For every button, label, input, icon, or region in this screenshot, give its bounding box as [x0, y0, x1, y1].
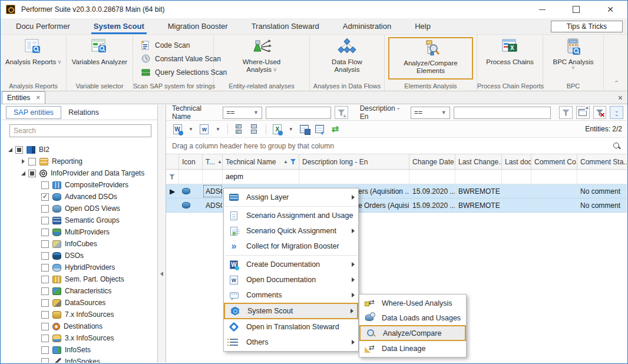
filter-cell-last-change[interactable]: [455, 170, 502, 184]
menu-item-comments[interactable]: Comments: [224, 287, 358, 303]
panel-splitter[interactable]: [158, 105, 166, 363]
column-header-comment-sta[interactable]: Comment Sta...: [577, 154, 627, 169]
checkbox[interactable]: [41, 287, 49, 295]
checkbox[interactable]: [41, 205, 49, 213]
submenu-item-where-used-analysis[interactable]: Where-Used Analysis: [359, 296, 466, 310]
filter-cell-technical-name[interactable]: aepm: [223, 170, 299, 184]
column-filter-icon[interactable]: [290, 159, 296, 164]
bpc-analysis-button[interactable]: BPC Analysis ˅: [546, 37, 601, 80]
tree-item-label[interactable]: Destinations: [64, 322, 103, 330]
clear-filter-button[interactable]: ✕: [593, 106, 607, 119]
tree-item-hybridproviders[interactable]: HybridProviders: [1, 262, 157, 273]
uncheck-all-button[interactable]: [248, 123, 261, 135]
submenu-item-analyze-compare[interactable]: Analyze/Compare: [359, 325, 466, 341]
tree-item-label[interactable]: InfoProvider and Data Targets: [51, 169, 144, 177]
tab-migration-booster[interactable]: Migration Booster: [160, 18, 236, 34]
word-export-dropdown-icon[interactable]: ▼: [186, 127, 196, 132]
menu-item-create-documentation[interactable]: W Create Documentation: [224, 257, 358, 272]
checkbox[interactable]: [41, 323, 49, 330]
excel-export-dropdown-icon[interactable]: ▼: [286, 127, 296, 132]
tree-item-advanced-dsos[interactable]: Advanced DSOs: [1, 191, 157, 203]
tree-item-label[interactable]: Advanced DSOs: [65, 193, 117, 201]
column-header-change-date[interactable]: Change Date: [409, 154, 455, 169]
tree-item-7x-infosources[interactable]: 7.x InfoSources: [1, 309, 157, 320]
filter-cell-icon[interactable]: [179, 170, 203, 184]
open-word-dropdown-icon[interactable]: ▼: [213, 127, 223, 132]
menu-item-collect-migration-booster[interactable]: » Collect for Migration Booster: [224, 239, 358, 254]
row-change-date-cell[interactable]: 15.09.2020 ...: [409, 198, 455, 212]
checkbox[interactable]: [41, 181, 49, 189]
checkbox[interactable]: [41, 358, 49, 363]
tree-item-bi2[interactable]: BI2: [1, 144, 157, 155]
tree-item-label[interactable]: Semantic Groups: [65, 216, 120, 224]
checkbox[interactable]: [41, 311, 49, 319]
tree-item-label[interactable]: 7.x InfoSources: [65, 310, 114, 319]
save-layout-button[interactable]: [298, 123, 311, 135]
grid-search-icon[interactable]: [613, 142, 621, 150]
filter-cell-comment-sta[interactable]: [577, 170, 627, 184]
tree-item-reporting[interactable]: Reporting: [1, 155, 157, 167]
panel-close-icon[interactable]: ×: [618, 93, 623, 102]
tree-item-infospokes[interactable]: InfoSpokes: [1, 356, 157, 363]
entities-tab-close-icon[interactable]: ×: [36, 94, 40, 102]
apply-filter-button[interactable]: [559, 106, 573, 119]
tree-item-label[interactable]: Sem. Part. Objects: [65, 275, 124, 283]
menu-item-system-scout[interactable]: System Scout: [224, 303, 358, 319]
refresh-button[interactable]: ⇄: [329, 123, 342, 135]
row-last-change-cell[interactable]: BWREMOTE: [455, 198, 502, 212]
column-header-technical-name[interactable]: Technical Name▲: [223, 154, 299, 169]
row-comment-sta-cell[interactable]: No comment: [577, 198, 627, 212]
analysis-reports-button[interactable]: Analysis Reports: [3, 37, 63, 80]
process-chains-button[interactable]: X Process Chains: [480, 37, 540, 80]
menu-item-others[interactable]: Others: [224, 335, 358, 350]
data-flow-analysis-button[interactable]: Data Flow Analysis: [313, 37, 381, 80]
tree-item-label[interactable]: BI2: [39, 145, 49, 154]
technical-name-operator-select[interactable]: ==▼: [223, 107, 262, 119]
expander-icon[interactable]: [18, 171, 28, 176]
row-comment-co-cell[interactable]: [531, 184, 577, 198]
menu-item-assign-layer[interactable]: Assign Layer: [224, 190, 358, 205]
description-operator-select[interactable]: ==▼: [411, 107, 450, 119]
checkbox[interactable]: [28, 170, 36, 177]
tree-item-datasources[interactable]: DataSources: [1, 297, 157, 309]
checkbox[interactable]: [41, 229, 49, 236]
tab-docu-performer[interactable]: Docu Performer: [8, 18, 78, 34]
tree-item-label[interactable]: Open ODS Views: [65, 204, 120, 213]
checkbox[interactable]: [28, 158, 36, 166]
checkbox[interactable]: [41, 217, 49, 224]
menu-item-open-translation-steward[interactable]: Open in Translation Steward: [224, 319, 358, 335]
tree-item-3x-infosources[interactable]: 3.x InfoSources: [1, 332, 157, 344]
tree-item-label[interactable]: DataSources: [65, 299, 105, 307]
menu-item-scenario-quick-assignment[interactable]: Scenario Quick Assignment: [224, 223, 358, 239]
technical-name-filter-input[interactable]: [266, 107, 331, 119]
tree-item-multiproviders[interactable]: MultiProviders: [1, 226, 157, 238]
row-last-change-cell[interactable]: BWREMOTE: [455, 184, 502, 198]
tab-translation-steward[interactable]: Translation Steward: [243, 18, 328, 34]
expander-icon[interactable]: [18, 159, 28, 164]
row-type-cell[interactable]: ADSO: [203, 198, 223, 212]
close-button[interactable]: [593, 1, 627, 18]
checkbox[interactable]: [41, 276, 49, 283]
filter-options-button[interactable]: ≡: [335, 106, 348, 119]
row-type-cell[interactable]: ADSO: [203, 184, 223, 198]
filter-cell-type[interactable]: [203, 170, 223, 184]
filter-cell-last-doc[interactable]: [502, 170, 531, 184]
tree-search-input[interactable]: Search: [9, 124, 151, 137]
row-change-date-cell[interactable]: 15.09.2020 ...: [409, 184, 455, 198]
open-word-document-button[interactable]: w: [198, 123, 211, 135]
tab-system-scout[interactable]: System Scout: [85, 18, 153, 34]
row-comment-sta-cell[interactable]: No comment: [577, 184, 627, 198]
tree-item-label[interactable]: CompositeProviders: [65, 181, 128, 189]
tree-item-label[interactable]: InfoSpokes: [65, 358, 100, 363]
tree-item-label[interactable]: HybridProviders: [65, 263, 115, 272]
tree-item-infoprovider[interactable]: InfoProvider and Data Targets: [1, 167, 157, 179]
column-header-icon[interactable]: Icon: [179, 154, 203, 169]
tab-sap-entities[interactable]: SAP entities: [6, 106, 61, 119]
column-header-comment-co[interactable]: Comment Co...: [531, 154, 577, 169]
restore-layout-button[interactable]: [313, 123, 326, 135]
tree-item-infosets[interactable]: InfoSets: [1, 344, 157, 356]
tree-item-label[interactable]: MultiProviders: [65, 228, 110, 236]
menu-item-open-documentation[interactable]: w Open Documentation: [224, 272, 358, 287]
checkbox[interactable]: [41, 252, 49, 260]
filter-cell-description[interactable]: [299, 170, 409, 184]
